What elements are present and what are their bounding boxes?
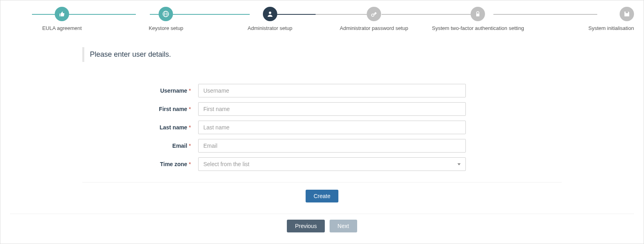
row-lastname: Last name * <box>82 121 562 134</box>
previous-button[interactable]: Previous <box>287 220 324 232</box>
step-label: System initialisation <box>588 25 634 31</box>
step-eula[interactable]: EULA agreement <box>10 7 114 31</box>
next-button[interactable]: Next <box>330 220 357 232</box>
create-button[interactable]: Create <box>306 190 338 202</box>
timezone-placeholder: Select from the list <box>203 161 249 167</box>
step-init[interactable]: System initialisation <box>530 7 634 31</box>
step-label: System two-factor authentication setting <box>432 25 524 31</box>
row-firstname: First name * <box>82 102 562 116</box>
footer-divider <box>10 214 634 214</box>
timezone-select[interactable]: Select from the list <box>198 157 466 171</box>
step-label: Keystore setup <box>149 25 183 31</box>
row-username: Username * <box>82 84 562 97</box>
step-2fa[interactable]: System two-factor authentication setting <box>426 7 530 31</box>
label-email: Email * <box>82 143 198 149</box>
save-icon <box>620 7 634 21</box>
form-panel: Please enter user details. Username * Fi… <box>82 47 562 202</box>
label-timezone: Time zone * <box>82 161 198 167</box>
user-icon <box>263 7 277 21</box>
svg-point-3 <box>269 12 271 14</box>
step-label: EULA agreement <box>42 25 82 31</box>
chevron-down-icon <box>457 163 461 165</box>
step-label: Administrator setup <box>248 25 292 31</box>
thumbs-up-icon <box>55 7 69 21</box>
globe-icon <box>159 7 173 21</box>
email-input[interactable] <box>198 139 466 153</box>
label-firstname: First name * <box>82 106 198 112</box>
form-divider <box>82 182 562 183</box>
instruction-text: Please enter user details. <box>82 47 562 62</box>
svg-rect-5 <box>476 14 479 16</box>
wizard-container: EULA agreement Keystore setup Administra… <box>0 0 644 244</box>
row-timezone: Time zone * Select from the list <box>82 157 562 171</box>
firstname-input[interactable] <box>198 102 466 116</box>
key-icon <box>367 7 381 21</box>
connector-1 <box>32 14 136 15</box>
step-admin-password[interactable]: Administrator password setup <box>322 7 426 31</box>
label-username: Username * <box>82 87 198 94</box>
nav-row: Previous Next <box>10 220 634 232</box>
lastname-input[interactable] <box>198 121 466 134</box>
username-input[interactable] <box>198 84 466 97</box>
lock-icon <box>471 7 485 21</box>
create-row: Create <box>82 190 562 202</box>
step-admin-setup[interactable]: Administrator setup <box>218 7 322 31</box>
label-lastname: Last name * <box>82 124 198 131</box>
step-label: Administrator password setup <box>340 25 408 31</box>
stepper: EULA agreement Keystore setup Administra… <box>10 7 634 31</box>
row-email: Email * <box>82 139 562 153</box>
connector-5 <box>493 14 597 15</box>
connector-4 <box>382 14 479 15</box>
step-keystore[interactable]: Keystore setup <box>114 7 218 31</box>
connector-3b <box>316 14 368 15</box>
